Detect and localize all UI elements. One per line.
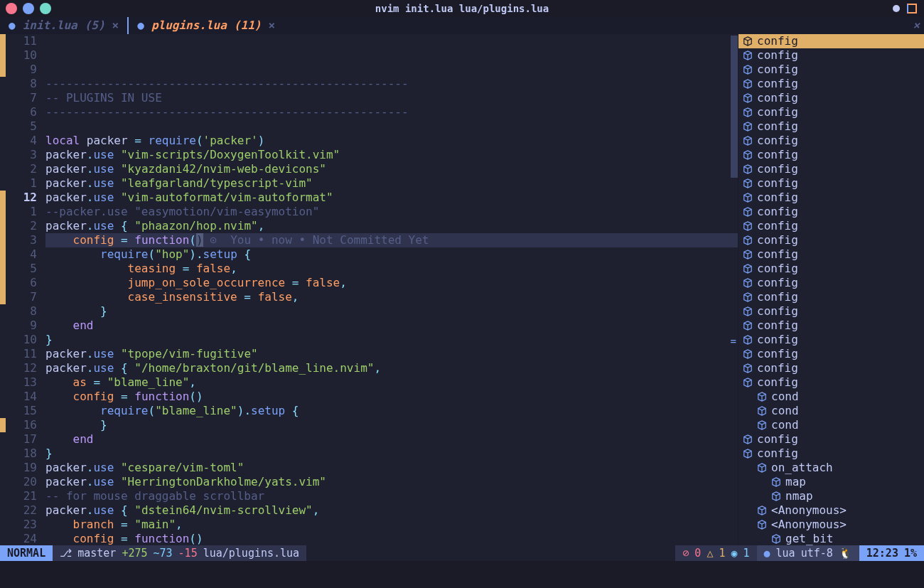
outline-item[interactable]: config (738, 219, 924, 233)
code-line[interactable]: config = function() (45, 532, 738, 545)
code-line[interactable]: } (45, 304, 738, 319)
line-number: 9 (6, 63, 37, 77)
outline-item[interactable]: cond (738, 390, 924, 404)
outline-label: config (757, 361, 798, 375)
tabline-close-icon[interactable]: × (913, 18, 920, 33)
code-line[interactable]: --packer.use "easymotion/vim-easymotion" (45, 205, 738, 219)
outline-item[interactable]: config (738, 77, 924, 91)
outline-label: cond (771, 404, 799, 418)
code-line[interactable]: end (45, 319, 738, 333)
code-area[interactable]: ----------------------------------------… (45, 34, 738, 545)
code-line[interactable]: packer.use "vim-scripts/DoxygenToolkit.v… (45, 148, 738, 162)
code-line[interactable]: packer.use "vim-autoformat/vim-autoforma… (45, 191, 738, 205)
outline-item[interactable]: config (738, 233, 924, 247)
outline-item[interactable]: config (738, 276, 924, 290)
outline-item[interactable]: config (738, 91, 924, 105)
outline-item[interactable]: config (738, 447, 924, 461)
outline-item[interactable]: <Anonymous> (738, 518, 924, 532)
code-line[interactable]: packer.use "tpope/vim-fugitive" (45, 347, 738, 361)
line-number: 10 (6, 333, 37, 347)
code-line[interactable]: end (45, 432, 738, 447)
outline-item[interactable]: config (738, 205, 924, 219)
code-line[interactable]: ----------------------------------------… (45, 105, 738, 119)
outline-item[interactable]: config (738, 63, 924, 77)
code-line[interactable]: packer.use "leafgarland/typescript-vim" (45, 176, 738, 191)
outline-item[interactable]: cond (738, 404, 924, 418)
code-line[interactable]: as = "blame_line", (45, 375, 738, 390)
symbol-icon (743, 207, 753, 217)
outline-item[interactable]: config (738, 304, 924, 319)
code-line[interactable]: config = function() ⊙ You • now • Not Co… (45, 233, 738, 247)
tab-close-icon[interactable]: × (268, 18, 275, 33)
code-line[interactable]: packer.use { "dstein64/nvim-scrollview", (45, 503, 738, 518)
outline-item[interactable]: cond (738, 418, 924, 432)
code-line[interactable]: packer.use { "phaazon/hop.nvim", (45, 219, 738, 233)
outline-label: <Anonymous> (771, 503, 847, 518)
outline-item[interactable]: config (738, 262, 924, 276)
outline-label: config (757, 375, 798, 390)
line-number: 7 (6, 91, 37, 105)
outline-label: config (757, 205, 798, 219)
code-line[interactable]: jump_on_sole_occurrence = false, (45, 276, 738, 290)
command-area[interactable] (0, 561, 924, 588)
outline-item[interactable]: config (738, 119, 924, 134)
outline-item[interactable]: <Anonymous> (738, 503, 924, 518)
outline-item[interactable]: config (738, 333, 924, 347)
diff-added: +275 (122, 546, 147, 560)
code-line[interactable]: local packer = require('packer') (45, 134, 738, 148)
outline-item[interactable]: config (738, 191, 924, 205)
outline-item[interactable]: config (738, 347, 924, 361)
symbols-outline[interactable]: configconfigconfigconfigconfigconfigconf… (738, 34, 924, 545)
tab-modified-count: (11) (234, 18, 262, 33)
outline-item[interactable]: config (738, 432, 924, 447)
outline-item[interactable]: config (738, 375, 924, 390)
outline-item[interactable]: config (738, 290, 924, 304)
git-change-sign (0, 247, 6, 262)
code-line[interactable]: config = function() (45, 390, 738, 404)
close-icon[interactable] (6, 3, 17, 14)
scrollbar[interactable] (731, 36, 738, 178)
outline-item[interactable]: nmap (738, 489, 924, 503)
code-line[interactable]: } (45, 447, 738, 461)
editor[interactable]: 1110987654321121234567891011121314151617… (0, 34, 738, 545)
tab-close-icon[interactable]: × (112, 18, 119, 33)
code-line[interactable]: packer.use "cespare/vim-toml" (45, 461, 738, 475)
outline-item[interactable]: config (738, 361, 924, 375)
maximize-icon[interactable] (40, 3, 51, 14)
code-line[interactable]: require("hop").setup { (45, 247, 738, 262)
outline-item[interactable]: on_attach (738, 461, 924, 475)
code-line[interactable] (45, 119, 738, 134)
line-number: 21 (6, 489, 37, 503)
outline-item[interactable]: config (738, 105, 924, 119)
outline-item[interactable]: config (738, 319, 924, 333)
code-line[interactable]: } (45, 333, 738, 347)
code-line[interactable]: branch = "main", (45, 518, 738, 532)
outline-item[interactable]: config (738, 247, 924, 262)
code-line[interactable]: -- PLUGINS IN USE (45, 91, 738, 105)
git-change-sign (0, 219, 6, 233)
outline-item[interactable]: config (738, 148, 924, 162)
outline-item[interactable]: config (738, 34, 924, 48)
git-change-sign (0, 34, 6, 48)
outline-item[interactable]: get_bit (738, 532, 924, 545)
tab-plugins-lua[interactable]: ● plugins.lua (11) × (129, 17, 284, 34)
outline-item[interactable]: config (738, 162, 924, 176)
code-line[interactable]: packer.use "kyazdani42/nvim-web-devicons… (45, 162, 738, 176)
code-line[interactable]: case_insensitive = false, (45, 290, 738, 304)
outline-item[interactable]: map (738, 475, 924, 489)
outline-label: config (757, 447, 798, 461)
symbol-icon (743, 65, 753, 75)
tab-init-lua[interactable]: ● init.lua (5) × (0, 17, 127, 34)
code-line[interactable]: -- for mouse draggable scrollbar (45, 489, 738, 503)
symbol-icon (743, 278, 753, 288)
outline-item[interactable]: config (738, 176, 924, 191)
outline-item[interactable]: config (738, 134, 924, 148)
code-line[interactable]: teasing = false, (45, 262, 738, 276)
code-line[interactable]: packer.use { "/home/braxton/git/blame_li… (45, 361, 738, 375)
outline-item[interactable]: config (738, 48, 924, 63)
code-line[interactable]: } (45, 418, 738, 432)
minimize-icon[interactable] (23, 3, 34, 14)
code-line[interactable]: ----------------------------------------… (45, 77, 738, 91)
code-line[interactable]: require("blame_line").setup { (45, 404, 738, 418)
code-line[interactable]: packer.use "HerringtonDarkholme/yats.vim… (45, 475, 738, 489)
